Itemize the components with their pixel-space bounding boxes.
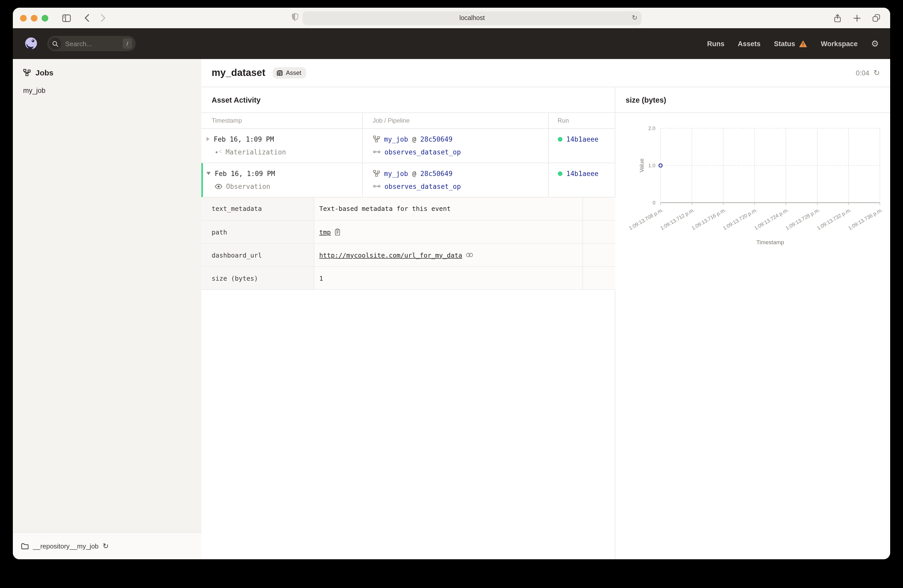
- svg-text:1:09:13.732 p.m.: 1:09:13.732 p.m.: [816, 207, 852, 231]
- expand-chevron-icon[interactable]: [206, 137, 209, 141]
- close-window-button[interactable]: [20, 15, 27, 21]
- run-tag-link[interactable]: 28c50649: [420, 169, 453, 177]
- metadata-row: dashboard_url http://mycoolsite.com/url_…: [201, 243, 615, 267]
- chrome-actions: [831, 11, 883, 25]
- path-value-link[interactable]: tmp: [319, 228, 331, 236]
- run-id-link[interactable]: 14b1aeee: [566, 135, 598, 143]
- metadata-key: text_metadata: [201, 197, 314, 220]
- forward-button[interactable]: [97, 11, 110, 25]
- global-search[interactable]: /: [47, 36, 135, 51]
- svg-text:1:09:13.724 p.m.: 1:09:13.724 p.m.: [753, 207, 790, 231]
- search-input[interactable]: [65, 40, 109, 47]
- svg-text:1:09:13.708 p.m.: 1:09:13.708 p.m.: [628, 207, 664, 231]
- browser-chrome: localhost ↻: [13, 8, 890, 28]
- asset-table-icon: [276, 69, 283, 76]
- left-sidebar: Jobs my_job __repository__my_job ↻: [13, 59, 201, 559]
- repository-bar: __repository__my_job ↻: [13, 532, 201, 559]
- tab-overview-icon[interactable]: [870, 11, 883, 25]
- jobs-section-header: Jobs: [13, 59, 201, 82]
- svg-text:1:09:13.720 p.m.: 1:09:13.720 p.m.: [722, 207, 758, 231]
- privacy-shield-icon[interactable]: [292, 13, 299, 23]
- col-run: Run: [548, 113, 615, 128]
- settings-gear-icon[interactable]: ⚙: [871, 39, 879, 48]
- table-header-row: Timestamp Job / Pipeline Run: [201, 113, 615, 128]
- metadata-row: size (bytes) 1: [201, 267, 615, 290]
- metadata-key: path: [201, 220, 314, 243]
- asset-badge-label: Asset: [286, 69, 301, 77]
- col-timestamp: Timestamp: [201, 113, 362, 128]
- svg-text:Timestamp: Timestamp: [756, 239, 784, 246]
- asset-activity-title: Asset Activity: [201, 87, 615, 113]
- new-tab-icon[interactable]: [850, 11, 864, 25]
- main-panel: my_dataset Asset 0:04 ↻: [201, 59, 890, 559]
- workflow-icon: [23, 69, 31, 77]
- run-tag-link[interactable]: 28c50649: [420, 135, 453, 143]
- op-link[interactable]: observes_dataset_op: [384, 148, 461, 156]
- zoom-window-button[interactable]: [42, 15, 48, 21]
- asset-activity-table: Timestamp Job / Pipeline Run Feb 16, 1:0…: [201, 113, 615, 197]
- op-link[interactable]: observes_dataset_op: [384, 182, 461, 190]
- nav-links: Runs Assets Status Workspace ⚙: [707, 39, 879, 48]
- repository-name: __repository__my_job: [33, 542, 99, 550]
- search-shortcut-key: /: [123, 39, 132, 49]
- repository-reload-icon[interactable]: ↻: [103, 542, 109, 550]
- event-row-observation[interactable]: Feb 16, 1:09 PM Observation: [201, 163, 615, 197]
- metadata-plot: 1:09:13.708 p.m.1:09:13.712 p.m.1:09:13.…: [615, 118, 890, 246]
- back-button[interactable]: [80, 11, 93, 25]
- sidebar-item-my-job[interactable]: my_job: [13, 82, 201, 99]
- nav-item-workspace[interactable]: Workspace: [821, 40, 858, 47]
- asset-activity-panel: Asset Activity Timestamp Job / Pipeline …: [201, 87, 615, 559]
- jobs-section-title: Jobs: [35, 68, 53, 77]
- svg-text:2.0: 2.0: [648, 125, 655, 131]
- job-icon: [373, 135, 380, 143]
- col-job-pipeline: Job / Pipeline: [362, 113, 548, 128]
- svg-text:0: 0: [653, 200, 655, 205]
- asset-badge: Asset: [272, 67, 306, 78]
- observation-eye-icon: [215, 183, 222, 189]
- refresh-timer: 0:04: [856, 69, 869, 77]
- event-row-materialization[interactable]: Feb 16, 1:09 PM ✦⁖ Materialization: [201, 128, 615, 163]
- metadata-plot-panel: size (bytes) 1:09:13.708 p.m.1:09:13.712…: [615, 87, 890, 559]
- metadata-value: Text-based metadata for this event: [319, 205, 451, 213]
- app-navbar: / Runs Assets Status Workspace ⚙: [13, 28, 890, 59]
- traffic-lights: [20, 15, 48, 21]
- run-success-dot: [558, 137, 562, 141]
- job-icon: [373, 170, 380, 177]
- svg-text:1.0: 1.0: [648, 163, 655, 168]
- nav-item-runs[interactable]: Runs: [707, 40, 725, 47]
- dagster-logo[interactable]: [24, 37, 38, 50]
- materialization-icon: ✦⁖: [215, 149, 222, 155]
- event-type-label: Materialization: [226, 148, 286, 156]
- browser-window: localhost ↻: [13, 8, 890, 559]
- event-timestamp: Feb 16, 1:09 PM: [215, 169, 275, 177]
- job-link[interactable]: my_job: [384, 169, 408, 177]
- nav-item-status[interactable]: Status: [774, 40, 807, 47]
- metadata-row: text_metadata Text-based metadata for th…: [201, 197, 615, 220]
- refresh-icon[interactable]: ↻: [873, 68, 880, 77]
- minimize-window-button[interactable]: [31, 15, 38, 21]
- link-icon[interactable]: [466, 252, 473, 257]
- event-timestamp: Feb 16, 1:09 PM: [214, 135, 274, 143]
- svg-text:1:09:13.716 p.m.: 1:09:13.716 p.m.: [691, 207, 727, 231]
- collapse-chevron-icon[interactable]: [206, 172, 211, 175]
- dashboard-url-link[interactable]: http://mycoolsite.com/url_for_my_data: [319, 251, 462, 259]
- copy-icon[interactable]: [334, 228, 341, 236]
- metadata-key: dashboard_url: [201, 243, 314, 267]
- nav-item-assets[interactable]: Assets: [738, 40, 761, 47]
- svg-text:1:09:13.712 p.m.: 1:09:13.712 p.m.: [659, 207, 695, 231]
- page-title: my_dataset: [212, 67, 265, 78]
- folder-icon: [21, 543, 29, 549]
- job-link[interactable]: my_job: [384, 135, 408, 143]
- op-icon: [373, 184, 380, 189]
- warning-icon: [799, 40, 807, 47]
- svg-text:1:09:13.736 p.m.: 1:09:13.736 p.m.: [847, 207, 884, 231]
- metadata-row: path tmp: [201, 220, 615, 243]
- page-header: my_dataset Asset 0:04 ↻: [201, 59, 890, 87]
- reload-icon[interactable]: ↻: [632, 14, 637, 21]
- share-icon[interactable]: [831, 11, 844, 25]
- event-metadata-table: text_metadata Text-based metadata for th…: [201, 197, 615, 290]
- sidebar-toggle-icon[interactable]: [60, 11, 73, 25]
- address-bar[interactable]: localhost ↻: [302, 11, 642, 25]
- run-id-link[interactable]: 14b1aeee: [566, 169, 598, 177]
- screen: localhost ↻: [0, 0, 903, 588]
